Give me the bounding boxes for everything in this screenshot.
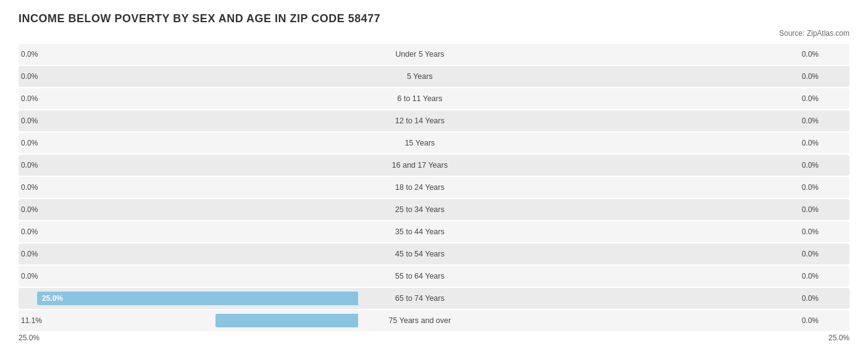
male-value: 0.0% <box>21 227 38 236</box>
bar-row: 0.0% 12 to 14 Years 0.0% <box>19 110 849 131</box>
female-value: 0.0% <box>802 272 819 281</box>
chart-area: 0.0% Under 5 Years 0.0% 0.0% 5 Years 0.0… <box>19 44 849 331</box>
right-section: 0.0% <box>482 110 821 131</box>
row-label: 12 to 14 Years <box>358 117 482 125</box>
left-section: 0.0% <box>19 266 358 287</box>
male-value: 25.0% <box>42 294 63 303</box>
right-section: 0.0% <box>482 288 821 309</box>
row-label: 25 to 34 Years <box>358 205 482 214</box>
bar-male <box>215 314 358 327</box>
row-label: 65 to 74 Years <box>358 294 482 303</box>
left-section: 0.0% <box>19 44 358 65</box>
bar-row: 0.0% 18 to 24 Years 0.0% <box>19 177 849 198</box>
row-label: Under 5 Years <box>358 50 482 59</box>
left-section: 11.1% <box>19 310 358 331</box>
left-section: 0.0% <box>19 155 358 176</box>
right-section: 0.0% <box>482 155 821 176</box>
left-section: 0.0% <box>19 110 358 131</box>
row-label: 18 to 24 Years <box>358 183 482 192</box>
row-label: 5 Years <box>358 72 482 81</box>
male-value: 0.0% <box>21 272 38 281</box>
right-section: 0.0% <box>482 88 821 109</box>
female-value: 0.0% <box>802 94 819 103</box>
right-section: 0.0% <box>482 199 821 220</box>
left-section: 0.0% <box>19 199 358 220</box>
axis-right: 25.0% <box>828 334 849 342</box>
female-value: 0.0% <box>802 205 819 214</box>
female-value: 0.0% <box>802 316 819 325</box>
right-section: 0.0% <box>482 221 821 242</box>
bar-row: 0.0% 5 Years 0.0% <box>19 66 849 87</box>
left-section: 0.0% <box>19 221 358 242</box>
bar-row: 11.1% 75 Years and over 0.0% <box>19 310 849 331</box>
bar-row: 0.0% 35 to 44 Years 0.0% <box>19 221 849 242</box>
male-value: 0.0% <box>21 250 38 258</box>
chart-container: INCOME BELOW POVERTY BY SEX AND AGE IN Z… <box>0 0 868 344</box>
row-label: 45 to 54 Years <box>358 250 482 258</box>
right-section: 0.0% <box>482 266 821 287</box>
female-value: 0.0% <box>802 294 819 303</box>
bar-row: 0.0% Under 5 Years 0.0% <box>19 44 849 65</box>
row-label: 16 and 17 Years <box>358 161 482 170</box>
female-value: 0.0% <box>802 139 819 147</box>
left-section: 0.0% <box>19 177 358 198</box>
bar-male: 25.0% <box>37 292 358 305</box>
male-value: 0.0% <box>21 183 38 192</box>
male-value: 0.0% <box>21 205 38 214</box>
left-section: 0.0% <box>19 88 358 109</box>
male-value: 11.1% <box>21 316 42 325</box>
male-value: 0.0% <box>21 117 38 125</box>
row-label: 75 Years and over <box>358 316 482 325</box>
female-value: 0.0% <box>802 250 819 258</box>
axis-labels: 25.0% 25.0% <box>19 334 849 342</box>
chart-title: INCOME BELOW POVERTY BY SEX AND AGE IN Z… <box>19 12 849 25</box>
male-value: 0.0% <box>21 94 38 103</box>
right-section: 0.0% <box>482 66 821 87</box>
female-value: 0.0% <box>802 72 819 81</box>
bar-row: 25.0% 65 to 74 Years 0.0% <box>19 288 849 309</box>
bar-row: 0.0% 25 to 34 Years 0.0% <box>19 199 849 220</box>
row-label: 6 to 11 Years <box>358 94 482 103</box>
male-value: 0.0% <box>21 161 38 170</box>
female-value: 0.0% <box>802 161 819 170</box>
right-section: 0.0% <box>482 177 821 198</box>
left-section: 25.0% <box>19 288 358 309</box>
female-value: 0.0% <box>802 50 819 59</box>
bar-row: 0.0% 6 to 11 Years 0.0% <box>19 88 849 109</box>
bar-row: 0.0% 45 to 54 Years 0.0% <box>19 244 849 264</box>
left-section: 0.0% <box>19 66 358 87</box>
row-label: 55 to 64 Years <box>358 272 482 281</box>
female-value: 0.0% <box>802 183 819 192</box>
male-value: 0.0% <box>21 139 38 147</box>
male-value: 0.0% <box>21 50 38 59</box>
bar-row: 0.0% 16 and 17 Years 0.0% <box>19 155 849 176</box>
row-label: 15 Years <box>358 139 482 147</box>
axis-left: 25.0% <box>19 334 40 342</box>
row-label: 35 to 44 Years <box>358 227 482 236</box>
left-section: 0.0% <box>19 133 358 154</box>
left-section: 0.0% <box>19 244 358 264</box>
female-value: 0.0% <box>802 227 819 236</box>
bar-row: 0.0% 15 Years 0.0% <box>19 133 849 154</box>
source-text: Source: ZipAtlas.com <box>19 29 849 38</box>
female-value: 0.0% <box>802 117 819 125</box>
right-section: 0.0% <box>482 310 821 331</box>
male-value: 0.0% <box>21 72 38 81</box>
bar-row: 0.0% 55 to 64 Years 0.0% <box>19 266 849 287</box>
right-section: 0.0% <box>482 133 821 154</box>
right-section: 0.0% <box>482 244 821 264</box>
right-section: 0.0% <box>482 44 821 65</box>
